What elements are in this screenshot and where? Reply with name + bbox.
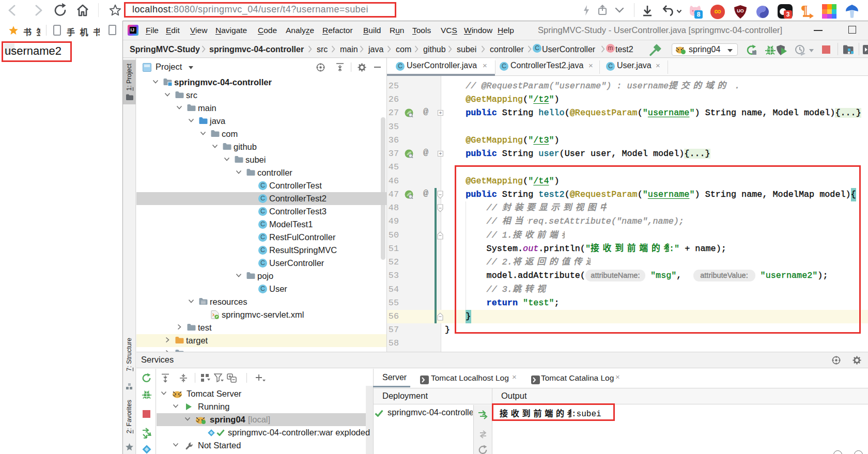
svg-text:UO: UO [737, 8, 744, 13]
